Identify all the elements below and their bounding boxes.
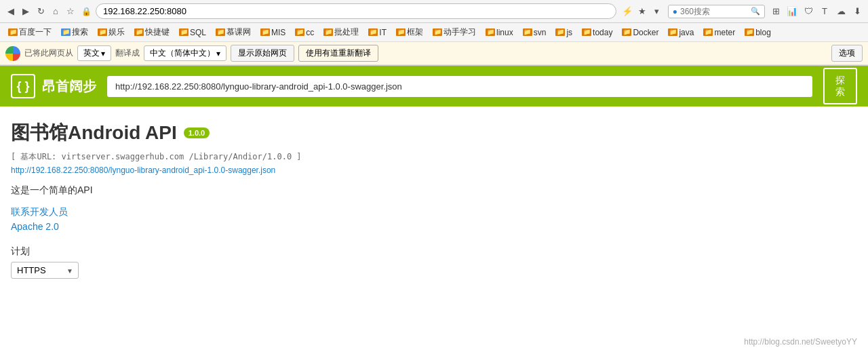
bookmark-label: 搜索 <box>72 26 88 38</box>
reload-button[interactable]: ↻ <box>34 5 47 18</box>
bookmark-blog[interactable]: 📁 blog <box>741 26 775 39</box>
base-url: [ 基本URL: virtserver.swaggerhub.com /Libr… <box>11 151 857 163</box>
forward-button[interactable]: ▶ <box>19 5 33 18</box>
license-link[interactable]: Apache 2.0 <box>11 221 857 232</box>
bookmark-label: 娱乐 <box>108 26 125 38</box>
bookmark-label: linux <box>496 28 513 37</box>
bookmark-baiduyixia[interactable]: 📁 百度一下 <box>4 25 56 39</box>
bookmark-yule[interactable]: 📁 娱乐 <box>94 25 129 39</box>
search-input[interactable] <box>680 7 748 16</box>
scheme-select[interactable]: HTTPS HTTP <box>11 262 79 279</box>
api-description: 这是一个简单的API <box>11 184 857 197</box>
dropdown-icon[interactable]: ▾ <box>650 5 664 18</box>
bookmark-icon: 📁 <box>61 28 71 36</box>
bookmark-mukewang[interactable]: 📁 慕课网 <box>212 25 255 39</box>
swagger-url-input[interactable] <box>107 76 812 97</box>
bookmark-pichuli[interactable]: 📁 批处理 <box>319 25 363 39</box>
bookmark-today[interactable]: 📁 today <box>578 26 616 39</box>
bookmark-icon: 📁 <box>260 28 270 36</box>
download-icon[interactable]: ⬇ <box>850 5 864 18</box>
swagger-json-link[interactable]: http://192.168.22.250:8080/lynguo-librar… <box>11 165 857 175</box>
bookmark-label: 慕课网 <box>226 26 251 38</box>
swagger-logo-icon: { } <box>11 74 35 98</box>
bookmarks-bar: 📁 百度一下 📁 搜索 📁 娱乐 📁 快捷键 📁 SQL 📁 慕课网 📁 MIS <box>0 23 868 42</box>
bookmark-cc[interactable]: 📁 cc <box>291 26 318 39</box>
explore-btn-text: 探 索 <box>835 75 845 98</box>
bookmark-it[interactable]: 📁 IT <box>364 26 391 39</box>
bookmark-label: today <box>593 28 612 37</box>
apps-icon[interactable]: ⊞ <box>769 5 783 18</box>
bookmark-star-icon[interactable]: ★ <box>635 5 649 18</box>
source-lang-label: 英文 <box>83 47 100 59</box>
bookmark-icon: 📁 <box>323 28 333 36</box>
bookmark-label: 快捷键 <box>145 26 170 38</box>
retranslate-button[interactable]: 使用有道重新翻译 <box>298 45 378 62</box>
explore-btn-line2: 索 <box>835 86 845 98</box>
address-input[interactable] <box>96 3 616 19</box>
bookmark-docker[interactable]: 📁 Docker <box>618 26 663 39</box>
bookmark-label: IT <box>379 28 387 37</box>
bookmark-kuangjia[interactable]: 📁 框架 <box>392 25 427 39</box>
bookmark-icon: 📁 <box>582 28 591 36</box>
star-button[interactable]: ☆ <box>64 5 77 18</box>
address-bar-row: ◀ ▶ ↻ ⌂ ☆ 🔒 ⚡ ★ ▾ ● 🔍 ⊞ 📊 🛡 T ☁ ⬇ <box>0 0 868 23</box>
bookmark-label: svn <box>534 28 547 37</box>
source-lang-button[interactable]: 英文 ▾ <box>77 45 111 61</box>
explore-button[interactable]: 探 索 <box>823 68 857 104</box>
show-original-button[interactable]: 显示原始网页 <box>231 45 294 62</box>
bookmark-js[interactable]: 📁 js <box>551 26 576 39</box>
bookmark-icon: 📁 <box>8 28 18 36</box>
target-lang-button[interactable]: 中文（简体中文） ▾ <box>144 45 226 61</box>
version-badge: 1.0.0 <box>184 128 210 138</box>
bookmark-icon: 📁 <box>745 28 754 36</box>
translate-icon[interactable]: T <box>818 5 831 18</box>
bookmark-label: Docker <box>633 28 658 37</box>
bookmark-label: 批处理 <box>334 26 359 38</box>
bookmark-mis[interactable]: 📁 MIS <box>256 26 290 39</box>
home-button[interactable]: ⌂ <box>49 5 62 18</box>
search-engine-logo: ● <box>673 7 677 16</box>
api-title-row: 图书馆Android API 1.0.0 <box>11 120 857 146</box>
bookmark-icon: 📁 <box>523 28 532 36</box>
explore-btn-line1: 探 <box>835 75 845 86</box>
bookmark-label: meter <box>714 28 735 37</box>
lightning-icon[interactable]: ⚡ <box>620 5 634 18</box>
main-content: 图书馆Android API 1.0.0 [ 基本URL: virtserver… <box>0 106 868 292</box>
bookmark-icon: 📁 <box>703 28 713 36</box>
bookmark-sql[interactable]: 📁 SQL <box>175 26 210 39</box>
chart-icon[interactable]: 📊 <box>785 5 799 18</box>
bookmark-icon: 📁 <box>622 28 631 36</box>
translation-logo <box>5 46 20 61</box>
shield-icon[interactable]: 🛡 <box>802 5 815 18</box>
bookmark-dongshouxuexi[interactable]: 📁 动手学习 <box>429 25 480 39</box>
bookmark-label: cc <box>306 28 314 37</box>
bookmark-search[interactable]: 📁 搜索 <box>57 25 92 39</box>
options-button[interactable]: 选项 <box>831 45 863 62</box>
swagger-title: 昂首阔步 <box>42 77 96 96</box>
toolbar-right: ⚡ ★ ▾ <box>620 5 664 18</box>
bookmark-icon: 📁 <box>179 28 189 36</box>
swagger-logo-area: { } 昂首阔步 <box>11 74 96 98</box>
bookmark-icon: 📁 <box>433 28 442 36</box>
bookmark-java[interactable]: 📁 java <box>664 26 698 39</box>
scheme-select-wrapper: HTTPS HTTP <box>11 262 79 279</box>
search-box[interactable]: ● 🔍 <box>668 5 765 18</box>
bookmark-icon: 📁 <box>555 28 565 36</box>
target-lang-label: 中文（简体中文） <box>150 47 215 59</box>
schemes-label: 计划 <box>11 246 857 258</box>
bookmark-icon: 📁 <box>295 28 304 36</box>
bookmark-label: MIS <box>271 28 285 37</box>
bookmark-linux[interactable]: 📁 linux <box>481 26 517 39</box>
bookmark-meter[interactable]: 📁 meter <box>699 26 739 39</box>
swagger-header: { } 昂首阔步 探 索 <box>0 66 868 106</box>
nav-icons: ◀ ▶ ↻ ⌂ ☆ <box>4 5 77 18</box>
bookmark-icon: 📁 <box>368 28 378 36</box>
bookmark-label: 框架 <box>407 26 423 38</box>
bookmark-icon: 📁 <box>486 28 495 36</box>
cloud-icon[interactable]: ☁ <box>834 5 848 18</box>
schemes-section: 计划 HTTPS HTTP <box>11 246 857 279</box>
contact-link[interactable]: 联系开发人员 <box>11 206 857 218</box>
back-button[interactable]: ◀ <box>4 5 18 18</box>
bookmark-svn[interactable]: 📁 svn <box>519 26 551 39</box>
bookmark-shortcut[interactable]: 📁 快捷键 <box>130 25 174 39</box>
